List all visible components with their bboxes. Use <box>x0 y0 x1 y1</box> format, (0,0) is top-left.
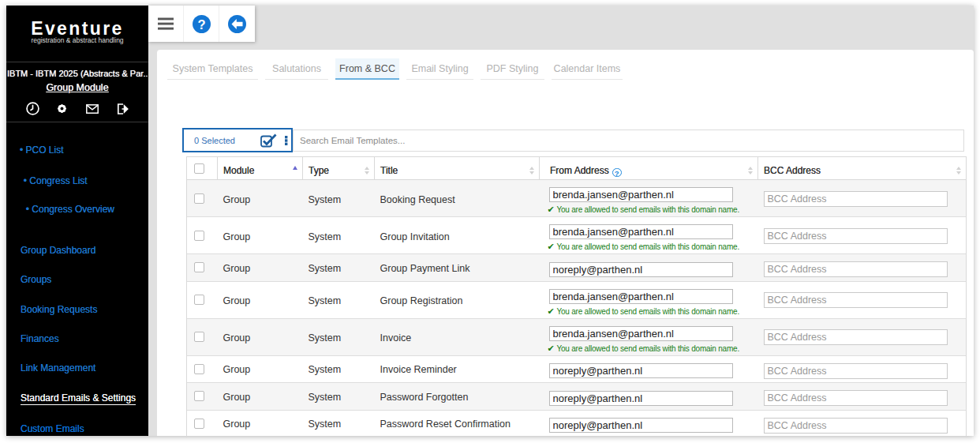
svg-text:?: ? <box>197 17 205 31</box>
